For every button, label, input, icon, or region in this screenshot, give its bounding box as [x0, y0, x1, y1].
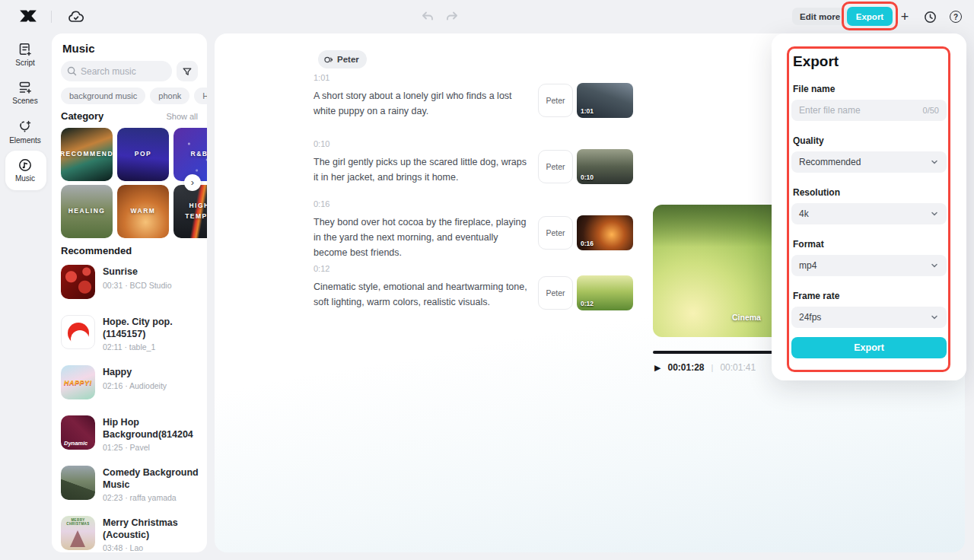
track-artwork [61, 265, 95, 299]
block-timestamp: 0:10 [314, 139, 637, 148]
track-meta: 02:16 · Audiodeity [103, 381, 199, 390]
undo-icon[interactable] [420, 9, 435, 24]
category-tile-label: HIGH TEMPO [173, 201, 207, 221]
music-icon [18, 158, 33, 173]
filter-button[interactable] [177, 61, 198, 81]
block-timestamp: 0:12 [314, 264, 637, 273]
sidebar-item-scenes[interactable]: Scenes [3, 80, 47, 105]
chevron-down-icon [930, 209, 939, 218]
format-label: Format [793, 239, 824, 250]
speaker-chip-label: Peter [337, 55, 359, 64]
quality-select[interactable]: Recommended [791, 151, 947, 173]
app-window: Edit more Export + ? Script Sc [0, 0, 974, 560]
total-time: 00:01:41 [720, 362, 756, 373]
tag-chip[interactable]: phonk [150, 88, 189, 104]
block-text[interactable]: They bond over hot cocoa by the fireplac… [314, 215, 533, 260]
filter-icon [182, 66, 193, 77]
block-video-thumbnail[interactable]: 0:16 [577, 215, 633, 250]
current-time: 00:01:28 [667, 362, 704, 373]
file-name-label: File name [793, 84, 835, 94]
category-tile-recommend[interactable]: RECOMMEND [61, 128, 113, 181]
block-text[interactable]: Cinematic style, emotional and heartwarm… [314, 279, 533, 310]
history-icon[interactable] [922, 9, 937, 24]
add-icon[interactable]: + [897, 9, 912, 24]
search-input[interactable] [81, 66, 164, 77]
block-timestamp: 0:16 [314, 199, 637, 208]
cloud-sync-icon[interactable] [67, 8, 85, 26]
file-name-input[interactable] [799, 105, 923, 116]
artwork-label: MERRY CHRISTMAS [63, 518, 93, 526]
voice-speaker-chip[interactable]: Peter [318, 50, 367, 68]
track-item[interactable]: HAPPY! Happy 02:16 · Audiodeity [61, 365, 201, 408]
category-heading: Category [61, 110, 103, 122]
category-tile-pop[interactable]: POP [117, 128, 169, 181]
block-speaker-button[interactable]: Peter [538, 84, 573, 117]
sidebar-item-music[interactable]: Music [3, 158, 47, 183]
format-select[interactable]: mp4 [791, 255, 947, 276]
category-tile-rnb[interactable]: R&B [173, 128, 207, 181]
category-next-button[interactable]: › [184, 174, 201, 191]
scenes-icon [18, 80, 33, 95]
block-video-thumbnail[interactable]: 0:10 [577, 149, 633, 184]
export-panel: Export File name 0/50 Quality Recommende… [772, 33, 966, 380]
sidebar-item-label: Elements [3, 136, 47, 145]
category-tile-high-tempo[interactable]: HIGH TEMPO [173, 185, 207, 238]
frame-rate-label: Frame rate [793, 291, 839, 301]
category-tile-label: POP [135, 149, 151, 160]
export-button[interactable]: Export [847, 7, 893, 26]
block-speaker-button[interactable]: Peter [538, 150, 573, 183]
chevron-down-icon [930, 313, 939, 322]
track-title: Hip Hop Background(814204 [103, 417, 199, 441]
track-item[interactable]: Sunrise 00:31 · BCD Studio [61, 265, 201, 307]
category-tile-warm[interactable]: WARM [117, 185, 169, 238]
script-block: 1:01 A short story about a lonely girl w… [314, 73, 637, 119]
show-all-link[interactable]: Show all [166, 112, 198, 121]
thumbnail-duration-badge: 0:16 [581, 240, 594, 247]
block-video-thumbnail[interactable]: 1:01 [577, 83, 633, 118]
block-speaker-button[interactable]: Peter [538, 216, 573, 250]
top-bar: Edit more Export + ? [0, 0, 974, 33]
quality-value: Recommended [799, 157, 861, 167]
track-item[interactable]: Hope. City pop. (1145157) 02:11 · table_… [61, 315, 201, 358]
script-icon [18, 42, 33, 57]
track-title: Merry Christmas (Acoustic) [103, 517, 199, 541]
play-button[interactable]: ▶ [654, 363, 660, 373]
help-icon[interactable]: ? [948, 9, 963, 24]
music-panel-title: Music [62, 42, 95, 55]
track-item[interactable]: MERRY CHRISTMAS Merry Christmas (Acousti… [61, 516, 201, 552]
track-title: Hope. City pop. (1145157) [103, 317, 199, 340]
category-tile-healing[interactable]: HEALING [61, 185, 113, 238]
export-panel-title: Export [793, 53, 839, 70]
track-item[interactable]: Dynamic Hip Hop Background(814204 01:25 … [61, 415, 201, 458]
block-speaker-button[interactable]: Peter [538, 276, 573, 310]
left-nav-rail: Script Scenes Elements Music [0, 33, 50, 560]
block-text[interactable]: The girl gently picks up the scared litt… [314, 154, 533, 185]
tag-chip[interactable]: Ha [194, 88, 207, 104]
script-block: 0:16 They bond over hot cocoa by the fir… [314, 199, 637, 260]
player-controls: ▶ 00:01:28 | 00:01:41 [654, 362, 756, 373]
resolution-select[interactable]: 4k [791, 203, 947, 224]
chevron-down-icon [930, 158, 939, 167]
block-text[interactable]: A short story about a lonely girl who fi… [314, 88, 533, 119]
frame-rate-select[interactable]: 24fps [791, 307, 947, 328]
export-confirm-button[interactable]: Export [791, 337, 947, 358]
chevron-down-icon [930, 261, 939, 270]
artwork-label: Dynamic [64, 440, 88, 447]
tag-chip[interactable]: background music [61, 88, 145, 104]
music-tags: background music phonk Ha [61, 88, 207, 104]
track-meta: 00:31 · BCD Studio [103, 281, 199, 290]
thumbnail-duration-badge: 0:12 [581, 300, 594, 307]
block-video-thumbnail[interactable]: 0:12 [577, 275, 633, 310]
redo-icon[interactable] [444, 9, 460, 24]
track-item[interactable]: Comedy Background Music 02:23 · raffa ya… [61, 466, 201, 508]
edit-more-button[interactable]: Edit more [792, 8, 848, 25]
track-meta: 02:23 · raffa yamada [103, 493, 199, 502]
recommended-heading: Recommended [61, 245, 132, 256]
frame-rate-value: 24fps [799, 312, 821, 323]
music-search[interactable] [61, 61, 172, 81]
sidebar-item-script[interactable]: Script [3, 42, 47, 67]
track-artwork: Dynamic [61, 415, 95, 450]
capcut-logo-icon [18, 8, 38, 24]
sidebar-item-elements[interactable]: Elements [3, 119, 47, 145]
voice-icon [323, 55, 333, 65]
